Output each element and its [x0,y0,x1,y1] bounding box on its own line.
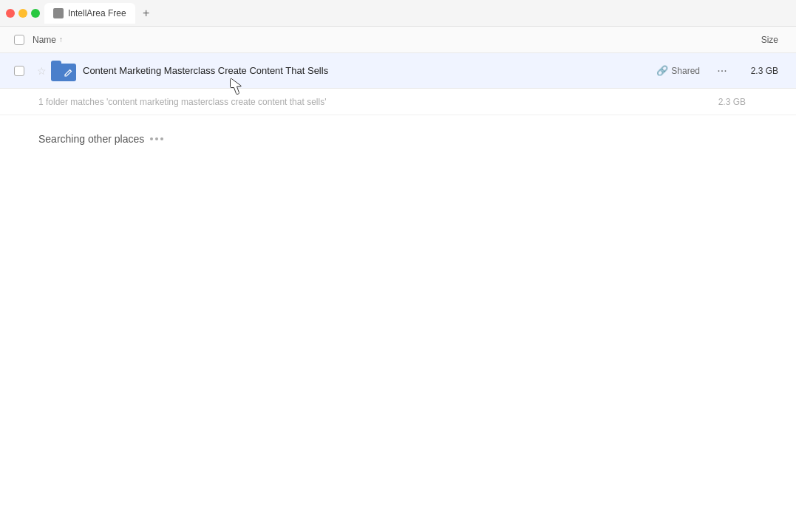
summary-size: 2.3 GB [718,97,758,107]
shared-badge: 🔗 Shared [656,65,700,76]
dot-3 [160,137,163,140]
star-icon: ☆ [37,65,47,77]
file-size: 2.3 GB [738,66,790,76]
link-icon: 🔗 [656,65,668,76]
shared-label: Shared [671,66,700,76]
main-tab[interactable]: IntellArea Free [44,3,135,24]
dot-1 [150,137,153,140]
title-bar: IntellArea Free + [0,0,796,27]
name-column-header[interactable]: Name ↑ [33,35,731,45]
header-checkbox-col [6,35,33,45]
searching-section: Searching other places [0,115,796,163]
row-checkbox[interactable] [14,66,24,76]
add-tab-button[interactable]: + [138,5,154,21]
tab-bar: IntellArea Free + [44,3,154,24]
dot-2 [155,137,158,140]
summary-text: 1 folder matches 'content marketing mast… [38,97,718,107]
size-header-label: Size [761,35,778,45]
minimize-button[interactable] [18,9,27,18]
searching-label: Searching other places [38,133,144,145]
file-row[interactable]: ☆ Content Marketing Masterclass Create C… [0,53,796,89]
maximize-button[interactable] [31,9,40,18]
sort-arrow-icon: ↑ [59,35,63,44]
select-all-checkbox[interactable] [14,35,24,45]
tab-label: IntellArea Free [68,8,126,18]
row-checkbox-col [6,66,33,76]
list-header: Name ↑ Size [0,27,796,53]
summary-row: 1 folder matches 'content marketing mast… [0,89,796,115]
file-name: Content Marketing Masterclass Create Con… [83,65,656,76]
loading-dots [150,137,163,140]
window-controls [6,9,40,18]
size-column-header[interactable]: Size [731,35,790,45]
pencil-icon [63,68,73,78]
name-header-label: Name [33,35,56,45]
file-icon-wrapper [50,58,77,84]
more-options-button[interactable]: ··· [712,61,732,81]
close-button[interactable] [6,9,15,18]
star-col[interactable]: ☆ [33,65,50,77]
folder-icon [51,61,76,81]
tab-icon [53,8,64,18]
